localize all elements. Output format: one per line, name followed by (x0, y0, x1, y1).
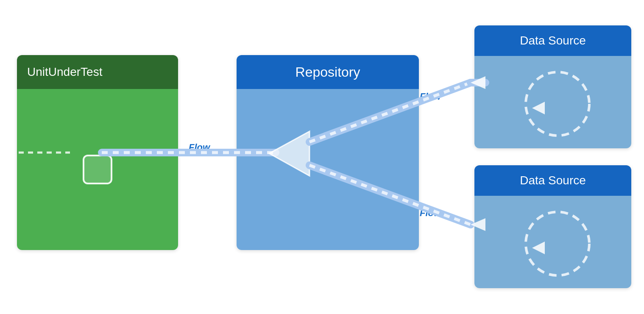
repository-box: Repository (237, 55, 419, 250)
repository-title: Repository (296, 64, 360, 80)
data-source-top-title: Data Source (520, 34, 586, 47)
repository-body (237, 89, 419, 250)
flow-label-center: Flow (189, 142, 210, 153)
unit-under-test-box: UnitUnderTest (17, 55, 178, 250)
repository-header: Repository (237, 55, 419, 89)
data-source-bottom-header: Data Source (474, 165, 631, 196)
unit-under-test-body (17, 89, 178, 250)
flow-label-bottom-right: Flow (420, 208, 441, 219)
data-source-top-body (474, 56, 631, 148)
unit-square-icon (83, 155, 112, 184)
diagram-container: UnitUnderTest Repository Data Source Dat… (0, 0, 644, 314)
unit-under-test-header: UnitUnderTest (17, 55, 178, 89)
unit-under-test-title: UnitUnderTest (27, 65, 102, 79)
data-source-top-header: Data Source (474, 25, 631, 56)
data-source-bottom-title: Data Source (520, 174, 586, 187)
flow-label-top-right: Flow (420, 91, 441, 102)
data-source-bottom-box: Data Source (474, 165, 631, 288)
data-source-bottom-body (474, 196, 631, 288)
data-source-top-box: Data Source (474, 25, 631, 148)
